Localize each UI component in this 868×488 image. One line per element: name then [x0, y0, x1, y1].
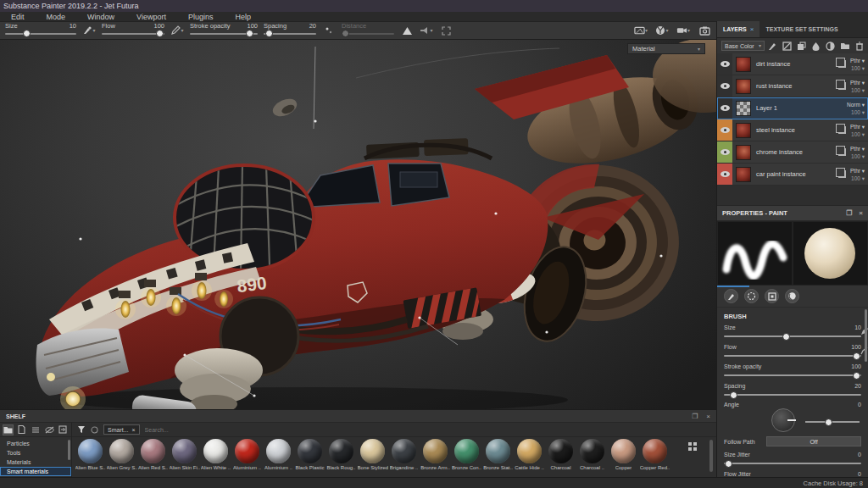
- alpha-tab-icon[interactable]: [744, 289, 759, 303]
- layer-row-rust[interactable]: rust instance Pthr ▾ 100 ▾: [717, 75, 868, 97]
- visibility-eye-icon[interactable]: [721, 61, 730, 67]
- tab-texture-set-settings[interactable]: TEXTURE SET SETTINGS: [760, 21, 843, 37]
- brush-preset-icon[interactable]: ▾: [82, 24, 96, 37]
- layer-thumbnail[interactable]: [736, 79, 751, 94]
- material-item[interactable]: Charcoal: [545, 439, 576, 470]
- material-item[interactable]: Alien Blue S..: [75, 439, 106, 470]
- material-sphere[interactable]: [580, 439, 604, 463]
- visibility-eye-icon[interactable]: [721, 171, 730, 177]
- toolbar-spacing-slider[interactable]: Spacing20: [264, 23, 316, 38]
- pencil-pressure-icon[interactable]: ▾: [170, 24, 184, 37]
- layer-row-steel[interactable]: steel instance Pthr ▾ 100 ▾: [717, 119, 868, 141]
- stroke-opacity-knob[interactable]: [246, 30, 253, 37]
- add-smart-material-icon[interactable]: [826, 42, 835, 51]
- category-tools[interactable]: Tools: [0, 448, 71, 458]
- prop-angle-control[interactable]: Angle0: [717, 400, 868, 434]
- material-item[interactable]: Brigandine ..: [388, 439, 420, 470]
- material-item[interactable]: Aluminium ..: [231, 439, 263, 470]
- camera-settings-icon[interactable]: ▾: [676, 24, 690, 37]
- layer-thumbnail[interactable]: [736, 57, 751, 72]
- tab-layers[interactable]: LAYERS ×: [717, 21, 760, 37]
- popout-icon[interactable]: ❐: [692, 413, 698, 420]
- lazy-mouse-warning-icon[interactable]: [400, 24, 414, 37]
- layer-thumbnail[interactable]: [736, 101, 751, 116]
- display-settings-icon[interactable]: ▾: [634, 24, 648, 37]
- flow-knob[interactable]: [156, 30, 164, 37]
- visibility-eye-icon[interactable]: [721, 83, 730, 89]
- material-sphere[interactable]: [643, 439, 667, 463]
- category-particles[interactable]: Particles: [0, 439, 71, 448]
- alignment-dots-icon[interactable]: [322, 24, 336, 37]
- prop-spacing-slider[interactable]: Spacing20: [717, 380, 868, 400]
- material-item[interactable]: Bone Stylized: [357, 439, 388, 470]
- material-sphere[interactable]: [109, 439, 134, 463]
- opacity-dropdown[interactable]: 100 ▾: [851, 152, 865, 160]
- material-sphere[interactable]: [78, 439, 103, 463]
- size-jitter-knob[interactable]: [725, 460, 732, 468]
- filter-circle-icon[interactable]: [91, 426, 98, 434]
- brush-tab-icon[interactable]: [724, 289, 738, 303]
- new-resource-icon[interactable]: [16, 424, 27, 435]
- menu-plugins[interactable]: Plugins: [177, 13, 225, 21]
- material-sphere[interactable]: [611, 439, 636, 463]
- popout-icon[interactable]: ❐: [846, 209, 852, 217]
- material-item[interactable]: Black Roug..: [326, 439, 357, 470]
- visibility-eye-icon[interactable]: [721, 127, 730, 133]
- layer-thumbnail[interactable]: [736, 123, 751, 138]
- opacity-dropdown[interactable]: 100 ▾: [851, 130, 865, 138]
- prop-size-slider[interactable]: Size10: [717, 322, 868, 341]
- material-item[interactable]: Alien White ..: [200, 439, 231, 470]
- visibility-eye-icon[interactable]: [721, 105, 730, 111]
- viewport-3d-model[interactable]: 890: [0, 40, 716, 409]
- prop-stroke-opacity-knob[interactable]: [853, 372, 860, 380]
- spacing-knob[interactable]: [265, 30, 273, 37]
- size-knob[interactable]: [23, 30, 31, 37]
- tab-close-icon[interactable]: ×: [750, 25, 754, 33]
- material-item[interactable]: Charcoal ..: [576, 439, 608, 470]
- grid-view-icon[interactable]: [687, 441, 698, 452]
- material-item[interactable]: Copper: [608, 439, 639, 470]
- layer-row-dirt[interactable]: dirt instance Pthr ▾ 100 ▾: [717, 53, 868, 75]
- close-icon[interactable]: ×: [859, 209, 863, 217]
- layer-thumbnail[interactable]: [736, 167, 751, 182]
- material-sphere[interactable]: [141, 439, 165, 463]
- material-item[interactable]: Copper Red..: [639, 439, 670, 470]
- toolbar-stroke-opacity-slider[interactable]: Stroke opacity100: [190, 23, 258, 38]
- opacity-dropdown[interactable]: 100 ▾: [851, 175, 865, 182]
- add-folder-icon[interactable]: [840, 42, 850, 50]
- material-sphere[interactable]: [360, 439, 385, 463]
- menu-window[interactable]: Window: [76, 13, 125, 21]
- opacity-dropdown[interactable]: 100 ▾: [851, 64, 865, 72]
- layer-row-layer1[interactable]: Layer 1 Norm ▾ 100 ▾: [717, 97, 868, 119]
- material-item[interactable]: Bronze Arm..: [420, 439, 451, 470]
- viewport-3d[interactable]: 890: [0, 40, 716, 409]
- size-track[interactable]: [5, 30, 76, 36]
- blend-mode-dropdown[interactable]: Pthr ▾: [850, 145, 865, 152]
- material-sphere[interactable]: [235, 439, 259, 463]
- blend-mode-dropdown[interactable]: Pthr ▾: [850, 123, 865, 130]
- layer-row-car-paint[interactable]: car paint instance Pthr ▾ 100 ▾: [717, 164, 868, 186]
- material-sphere[interactable]: [454, 439, 479, 463]
- menu-edit[interactable]: Edit: [0, 13, 36, 21]
- import-resources-icon[interactable]: [58, 424, 69, 435]
- flow-track[interactable]: [102, 30, 164, 36]
- material-sphere[interactable]: [298, 439, 322, 463]
- material-item[interactable]: Aluminium ..: [263, 439, 294, 470]
- blend-mode-dropdown[interactable]: Pthr ▾: [850, 167, 865, 175]
- material-sphere[interactable]: [172, 439, 197, 463]
- angle-knob[interactable]: [825, 419, 832, 426]
- menu-help[interactable]: Help: [224, 13, 262, 21]
- materials-scrollbar[interactable]: [709, 440, 713, 472]
- add-fill-layer-icon[interactable]: [797, 42, 806, 51]
- prop-flow-knob[interactable]: [853, 352, 860, 360]
- chip-close-icon[interactable]: ×: [132, 427, 136, 433]
- add-effect-icon[interactable]: [768, 42, 777, 51]
- material-sphere[interactable]: [423, 439, 448, 463]
- blend-mode-dropdown[interactable]: Pthr ▾: [850, 57, 865, 64]
- delete-layer-icon[interactable]: [855, 42, 864, 51]
- layer-thumbnail[interactable]: [736, 145, 751, 160]
- material-item[interactable]: Alien Skin Fi..: [169, 439, 200, 470]
- add-mask-icon[interactable]: [782, 42, 792, 51]
- properties-scrollbar[interactable]: [865, 309, 867, 362]
- prop-stroke-opacity-slider[interactable]: Stroke opacity100: [717, 361, 868, 380]
